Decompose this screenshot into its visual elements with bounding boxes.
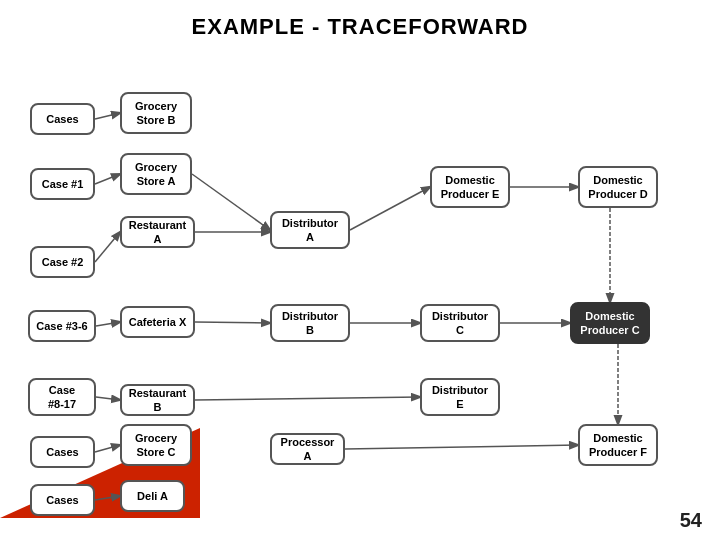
svg-line-13	[95, 445, 120, 452]
node-case36: Case #3-6	[28, 310, 96, 342]
svg-line-8	[195, 322, 270, 323]
node-case817: Case#8-17	[28, 378, 96, 416]
svg-line-5	[350, 187, 430, 230]
svg-line-2	[95, 232, 120, 262]
page-title: EXAMPLE - TRACEFORWARD	[0, 0, 720, 48]
node-cases2: Cases	[30, 436, 95, 468]
svg-line-11	[96, 397, 120, 400]
node-domestic_d: DomesticProducer D	[578, 166, 658, 208]
node-domestic_e: DomesticProducer E	[430, 166, 510, 208]
node-distributor_b: Distributor B	[270, 304, 350, 342]
node-case1: Case #1	[30, 168, 95, 200]
svg-line-3	[192, 174, 270, 230]
svg-line-14	[345, 445, 578, 449]
svg-line-1	[95, 174, 120, 184]
node-restaurant_b: Restaurant B	[120, 384, 195, 416]
node-grocery_b: GroceryStore B	[120, 92, 192, 134]
node-domestic_f: DomesticProducer F	[578, 424, 658, 466]
node-distributor_c: Distributor C	[420, 304, 500, 342]
svg-line-15	[95, 496, 120, 500]
svg-line-7	[96, 322, 120, 326]
svg-line-12	[195, 397, 420, 400]
diagram-area: CasesGroceryStore BCase #1GroceryStore A…	[0, 48, 720, 518]
node-grocery_a: GroceryStore A	[120, 153, 192, 195]
node-cases1: Cases	[30, 103, 95, 135]
node-cafeteria_x: Cafeteria X	[120, 306, 195, 338]
node-deli_a: Deli A	[120, 480, 185, 512]
node-restaurant_a: Restaurant A	[120, 216, 195, 248]
node-grocery_c: GroceryStore C	[120, 424, 192, 466]
node-case2: Case #2	[30, 246, 95, 278]
node-distributor_e: Distributor E	[420, 378, 500, 416]
node-distributor_a: Distributor A	[270, 211, 350, 249]
node-processor_a: Processor A	[270, 433, 345, 465]
node-cases3: Cases	[30, 484, 95, 516]
svg-line-0	[95, 113, 120, 119]
node-domestic_c: DomesticProducer C	[570, 302, 650, 344]
